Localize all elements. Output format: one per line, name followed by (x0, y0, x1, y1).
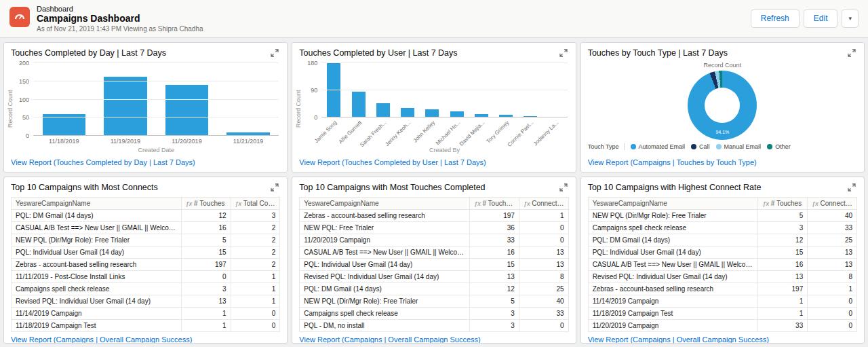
campaign-name-cell: 11/11/2019 - Post-Close Install Links (12, 271, 182, 283)
plot-area (33, 63, 279, 136)
table-row: PQL: Individual User Gmail (14 day)1513 (300, 259, 568, 271)
value-cell: 1 (758, 308, 808, 320)
expand-icon[interactable] (269, 182, 280, 193)
value-cell: 33 (758, 320, 808, 332)
value-cell: 33 (519, 308, 568, 320)
campaign-name-cell: Zebras - account-based selling research (300, 210, 470, 222)
column-header[interactable]: ƒx # Touches (758, 198, 808, 210)
gridline (321, 90, 567, 90)
bar[interactable] (376, 103, 390, 117)
donut-title: Record Count (588, 60, 857, 69)
x-tick-label: 11/20/2019 (172, 138, 201, 145)
value-cell: 0 (808, 295, 857, 308)
column-header[interactable]: YeswareCampaignName (12, 198, 182, 210)
value-cell: 15 (758, 246, 808, 259)
campaign-name-cell: 11/20/2019 Campaign (300, 234, 470, 246)
legend-item[interactable]: Other (767, 143, 791, 150)
campaign-name-cell: CASUAL A/B Test ==> New User || GMAIL ||… (588, 259, 758, 271)
card-title: Top 10 Campaigns with Highest Connect Ra… (588, 183, 762, 192)
campaign-name-cell: Revised PQL: Individual User Gmail (14 d… (12, 295, 182, 308)
table-row: Zebras - account-based selling research1… (588, 283, 856, 295)
bar-slot (469, 63, 494, 117)
view-report-link[interactable]: View Report (Campaigns | Overall Campaig… (4, 332, 287, 344)
campaign-name-cell: NEW PQL: Free Trialer (300, 222, 470, 234)
donut-chart[interactable]: 94.1% (688, 71, 757, 140)
x-axis: 11/18/201911/19/201911/20/201911/21/2019 (33, 136, 279, 146)
value-cell: 1 (231, 271, 280, 283)
bar[interactable] (352, 92, 366, 117)
table-row: NEW PQL: Free Trialer360 (300, 222, 568, 234)
value-cell: 33 (470, 234, 519, 246)
campaign-name-cell: PQL: Individual User Gmail (14 day) (12, 246, 182, 259)
table-row: Revised PQL: Individual User Gmail (14 d… (588, 271, 856, 283)
legend-item[interactable]: Manual Email (716, 143, 762, 150)
value-cell: 16 (758, 259, 808, 271)
table-row: Revised PQL: Individual User Gmail (14 d… (300, 271, 568, 283)
column-header[interactable]: ƒx Connect % ↓ (808, 198, 857, 210)
most-connects-table: YeswareCampaignNameƒx # Touchesƒx Total … (11, 197, 280, 332)
value-cell: 8 (519, 271, 568, 283)
expand-icon[interactable] (558, 48, 569, 58)
table-row: CASUAL A/B Test ==> New User || GMAIL ||… (300, 246, 568, 259)
view-report-link[interactable]: View Report (Campaigns | Overall Campaig… (292, 332, 575, 344)
most-touches-table: YeswareCampaignNameƒx # Touches ↓ƒx Conn… (299, 197, 568, 332)
bar[interactable] (165, 85, 208, 136)
page-title: Campaigns Dashboard (37, 13, 203, 24)
expand-icon[interactable] (269, 48, 280, 58)
x-tick-label: 11/18/2019 (49, 138, 79, 145)
bar[interactable] (327, 63, 340, 117)
formula-icon: ƒx (186, 200, 193, 207)
expand-icon[interactable] (846, 48, 857, 58)
more-actions-button[interactable]: ▾ (842, 10, 859, 27)
y-tick-label: 50 (22, 114, 29, 121)
column-header[interactable]: ƒx # Touches (181, 198, 231, 210)
bar-chart-by-user: Record Count 090180 Jamie SongAllie Gurn… (292, 60, 575, 155)
view-report-link[interactable]: View Report (Touches Completed by Day | … (4, 155, 287, 172)
campaign-name-cell: Revised PQL: Individual User Gmail (14 d… (300, 271, 470, 283)
column-header[interactable]: YeswareCampaignName (300, 198, 470, 210)
x-tick-label: 11/21/2019 (233, 138, 263, 145)
campaign-name-cell: Revised PQL: Individual User Gmail (14 d… (588, 271, 758, 283)
view-report-link[interactable]: View Report (Touches Completed by User |… (292, 155, 575, 172)
legend-items: Automated EmailCallManual EmailOther (631, 143, 791, 150)
gauge-icon (14, 11, 26, 23)
legend-item[interactable]: Automated Email (631, 143, 686, 150)
view-report-link[interactable]: View Report (Campaigns | Touches by Touc… (581, 155, 864, 172)
y-tick-label: 200 (19, 60, 29, 67)
sort-desc-icon: ↓ (515, 200, 519, 207)
bar[interactable] (104, 77, 146, 136)
chevron-down-icon: ▾ (848, 15, 852, 22)
edit-button[interactable]: Edit (804, 10, 838, 27)
column-header[interactable]: ƒx Connect % (519, 198, 568, 210)
legend-item[interactable]: Call (691, 143, 710, 150)
bar-slot (395, 63, 420, 117)
table-row: NEW PQL (Dir/Mgr Role): Free Trialer540 (300, 295, 568, 308)
table-row: CASUAL A/B Test ==> New User || GMAIL ||… (12, 222, 280, 234)
expand-icon[interactable] (558, 182, 569, 193)
card-title: Touches by Touch Type | Last 7 Days (588, 48, 728, 58)
plot-area (321, 63, 567, 117)
value-cell: 13 (519, 246, 568, 259)
value-cell: 12 (758, 234, 808, 246)
bars (33, 63, 279, 136)
bar[interactable] (401, 108, 414, 117)
campaign-name-cell: 11/18/2019 Campaign Test (588, 308, 758, 320)
table-row: NEW PQL (Dir/Mgr Role): Free Trialer52 (12, 234, 280, 246)
refresh-button[interactable]: Refresh (751, 10, 800, 27)
expand-icon[interactable] (846, 182, 857, 193)
campaign-name-cell: Campaigns spell check release (12, 283, 182, 295)
table-row: NEW PQL (Dir/Mgr Role): Free Trialer540 (588, 210, 856, 222)
column-header[interactable]: YeswareCampaignName (588, 198, 758, 210)
value-cell: 16 (470, 246, 519, 259)
column-header[interactable]: ƒx # Touches ↓ (470, 198, 519, 210)
view-report-link[interactable]: View Report (Campaigns | Overall Campaig… (581, 332, 864, 344)
value-cell: 0 (181, 271, 231, 283)
campaign-name-cell: CASUAL A/B Test ==> New User || GMAIL ||… (12, 222, 182, 234)
column-header[interactable]: ƒx Total Connects ↓ (231, 198, 280, 210)
bar-slot (321, 63, 346, 117)
object-label: Dashboard (37, 5, 203, 13)
value-cell: 0 (231, 308, 280, 320)
column-label: YeswareCampaignName (304, 200, 378, 207)
column-label: Connect % (821, 200, 854, 207)
table-row: Campaigns spell check release31 (12, 283, 280, 295)
